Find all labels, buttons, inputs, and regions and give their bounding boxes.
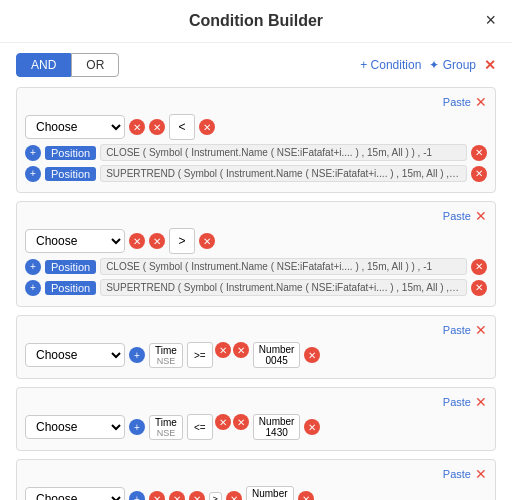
modal-title: Condition Builder bbox=[189, 12, 323, 30]
paste-button-2[interactable]: Paste bbox=[443, 324, 471, 336]
remove-icon-0c[interactable]: ✕ bbox=[199, 119, 215, 135]
remove-icon-2a[interactable]: ✕ bbox=[215, 342, 231, 358]
number-value-2: 0045 bbox=[266, 355, 288, 366]
modal-header: Condition Builder × bbox=[0, 0, 512, 43]
remove-block-2[interactable]: ✕ bbox=[475, 322, 487, 338]
condition-row-2: Choose + Time NSE >= ✕ ✕ Number 0045 ✕ bbox=[25, 342, 487, 368]
position-tag-0a: Position bbox=[45, 146, 96, 160]
add-icon-2[interactable]: + bbox=[129, 347, 145, 363]
number-value-3: 1430 bbox=[266, 427, 288, 438]
time-exchange-3: NSE bbox=[157, 428, 176, 438]
choose-select-2[interactable]: Choose bbox=[25, 343, 125, 367]
number-tag-2: Number 0045 bbox=[253, 342, 301, 368]
time-label-2: Time bbox=[155, 345, 177, 356]
block-header-1: Paste ✕ bbox=[25, 208, 487, 224]
remove-icon-4b[interactable]: ✕ bbox=[169, 491, 185, 500]
remove-icon-2b[interactable]: ✕ bbox=[233, 342, 249, 358]
remove-formula-0b[interactable]: ✕ bbox=[471, 166, 487, 182]
remove-icon-3c[interactable]: ✕ bbox=[304, 419, 320, 435]
tab-group: AND OR bbox=[16, 53, 119, 77]
operator-btn-1[interactable]: > bbox=[169, 228, 195, 254]
choose-select-0[interactable]: Choose bbox=[25, 115, 125, 139]
block-header-4: Paste ✕ bbox=[25, 466, 487, 482]
top-actions: + Condition ✦ Group ✕ bbox=[360, 57, 496, 73]
paste-button-4[interactable]: Paste bbox=[443, 468, 471, 480]
add-condition-button[interactable]: + Condition bbox=[360, 58, 421, 72]
time-exchange-2: NSE bbox=[157, 356, 176, 366]
remove-icon-3b[interactable]: ✕ bbox=[233, 414, 249, 430]
remove-icon-2c[interactable]: ✕ bbox=[304, 347, 320, 363]
close-button[interactable]: × bbox=[485, 10, 496, 31]
condition-row-4: Choose + ✕ ✕ ✕ ≥ ✕ Number 0 ✕ bbox=[25, 486, 487, 500]
position-tag-0b: Position bbox=[45, 167, 96, 181]
remove-icon-0b[interactable]: ✕ bbox=[149, 119, 165, 135]
remove-block-3[interactable]: ✕ bbox=[475, 394, 487, 410]
choose-select-3[interactable]: Choose bbox=[25, 415, 125, 439]
tab-row: AND OR + Condition ✦ Group ✕ bbox=[16, 53, 496, 77]
tab-or[interactable]: OR bbox=[71, 53, 119, 77]
remove-formula-1b[interactable]: ✕ bbox=[471, 280, 487, 296]
choose-select-1[interactable]: Choose bbox=[25, 229, 125, 253]
condition-block-2: Paste ✕ Choose + Time NSE >= ✕ ✕ Number … bbox=[16, 315, 496, 379]
formula-0b: SUPERTREND ( Symbol ( Instrument.Name ( … bbox=[100, 165, 467, 182]
remove-icon-3a[interactable]: ✕ bbox=[215, 414, 231, 430]
remove-icon-1a[interactable]: ✕ bbox=[129, 233, 145, 249]
condition-row-0-select: Choose ✕ ✕ < ✕ bbox=[25, 114, 487, 140]
number-tag-3: Number 1430 bbox=[253, 414, 301, 440]
remove-icon-4a[interactable]: ✕ bbox=[149, 491, 165, 500]
remove-formula-0a[interactable]: ✕ bbox=[471, 145, 487, 161]
block-header-0: Paste ✕ bbox=[25, 94, 487, 110]
time-label-3: Time bbox=[155, 417, 177, 428]
paste-button-0[interactable]: Paste bbox=[443, 96, 471, 108]
block-header-3: Paste ✕ bbox=[25, 394, 487, 410]
number-label-2: Number bbox=[259, 344, 295, 355]
add-icon-0a[interactable]: + bbox=[25, 145, 41, 161]
paste-button-3[interactable]: Paste bbox=[443, 396, 471, 408]
add-icon-4[interactable]: + bbox=[129, 491, 145, 500]
condition-block-0: Paste ✕ Choose ✕ ✕ < ✕ + Position CLOSE … bbox=[16, 87, 496, 193]
condition-row-1-select: Choose ✕ ✕ > ✕ bbox=[25, 228, 487, 254]
number-label-3: Number bbox=[259, 416, 295, 427]
inner-row-1a: + Position CLOSE ( Symbol ( Instrument.N… bbox=[25, 258, 487, 275]
operator-btn-0[interactable]: < bbox=[169, 114, 195, 140]
remove-icon-0a[interactable]: ✕ bbox=[129, 119, 145, 135]
remove-block-4[interactable]: ✕ bbox=[475, 466, 487, 482]
formula-0a: CLOSE ( Symbol ( Instrument.Name ( NSE:i… bbox=[100, 144, 467, 161]
condition-block-4: Paste ✕ Choose + ✕ ✕ ✕ ≥ ✕ Number 0 ✕ + … bbox=[16, 459, 496, 500]
add-group-button[interactable]: ✦ Group bbox=[429, 58, 476, 72]
remove-formula-1a[interactable]: ✕ bbox=[471, 259, 487, 275]
number-tag-4: Number 0 bbox=[246, 486, 294, 500]
choose-select-4[interactable]: Choose bbox=[25, 487, 125, 500]
remove-block-0[interactable]: ✕ bbox=[475, 94, 487, 110]
condition-row-3: Choose + Time NSE <= ✕ ✕ Number 1430 ✕ bbox=[25, 414, 487, 440]
modal-body: AND OR + Condition ✦ Group ✕ Paste ✕ Cho… bbox=[0, 43, 512, 500]
inner-row-0b: + Position SUPERTREND ( Symbol ( Instrum… bbox=[25, 165, 487, 182]
op-btn-2a[interactable]: >= bbox=[187, 342, 213, 368]
condition-block-3: Paste ✕ Choose + Time NSE <= ✕ ✕ Number … bbox=[16, 387, 496, 451]
inner-row-1b: + Position SUPERTREND ( Symbol ( Instrum… bbox=[25, 279, 487, 296]
formula-1b: SUPERTREND ( Symbol ( Instrument.Name ( … bbox=[100, 279, 467, 296]
paste-button-1[interactable]: Paste bbox=[443, 210, 471, 222]
remove-all-button[interactable]: ✕ bbox=[484, 57, 496, 73]
remove-icon-4d[interactable]: ✕ bbox=[226, 491, 242, 500]
tab-and[interactable]: AND bbox=[16, 53, 71, 77]
remove-block-1[interactable]: ✕ bbox=[475, 208, 487, 224]
time-tag-3: Time NSE bbox=[149, 415, 183, 440]
ops-tag-4: ≥ bbox=[209, 492, 222, 500]
add-icon-0b[interactable]: + bbox=[25, 166, 41, 182]
inner-row-0a: + Position CLOSE ( Symbol ( Instrument.N… bbox=[25, 144, 487, 161]
op-btn-3a[interactable]: <= bbox=[187, 414, 213, 440]
block-header-2: Paste ✕ bbox=[25, 322, 487, 338]
add-icon-3[interactable]: + bbox=[129, 419, 145, 435]
add-icon-1a[interactable]: + bbox=[25, 259, 41, 275]
remove-icon-1c[interactable]: ✕ bbox=[199, 233, 215, 249]
ops-group-2: >= ✕ ✕ bbox=[187, 342, 249, 368]
position-tag-1b: Position bbox=[45, 281, 96, 295]
remove-icon-1b[interactable]: ✕ bbox=[149, 233, 165, 249]
remove-icon-4e[interactable]: ✕ bbox=[298, 491, 314, 500]
position-tag-1a: Position bbox=[45, 260, 96, 274]
remove-icon-4c[interactable]: ✕ bbox=[189, 491, 205, 500]
number-label-4: Number bbox=[252, 488, 288, 499]
add-icon-1b[interactable]: + bbox=[25, 280, 41, 296]
time-tag-2: Time NSE bbox=[149, 343, 183, 368]
